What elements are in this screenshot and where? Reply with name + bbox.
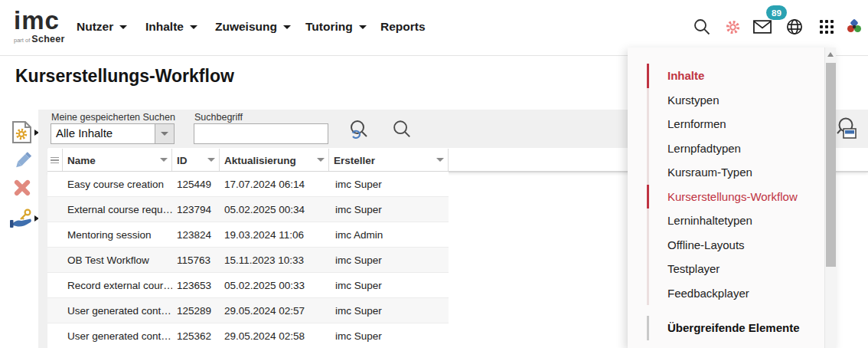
cell-ersteller: imc Super [329, 323, 449, 348]
menu-item-label: Lernformen [667, 117, 726, 130]
menu-accent-bar [647, 208, 649, 233]
row-gutter-cell [47, 298, 63, 323]
column-menu-icon[interactable] [47, 149, 63, 172]
saved-searches-label: Meine gespeicherten Suchen [51, 112, 175, 123]
menu-item-label: Inhalte [667, 69, 704, 82]
settings-menu-item[interactable]: Lernformen [628, 112, 824, 136]
cell-ersteller: imc Super [329, 172, 449, 196]
cell-aktualisierung: 15.11.2023 10:33 [220, 248, 329, 272]
mail-icon[interactable] [753, 18, 772, 36]
column-header-name[interactable]: Name [63, 149, 172, 172]
cell-name: Easy course creation [63, 172, 172, 196]
menu-item-label: Kurstypen [667, 94, 720, 107]
scrollbar-up-arrow-icon[interactable] [827, 52, 834, 57]
search-submit-icon[interactable] [390, 119, 413, 142]
nav-label: Nutzer [77, 20, 113, 34]
panel-scrollbar[interactable] [824, 48, 836, 348]
cell-id: 125449 [172, 172, 220, 196]
cell-id: 123824 [172, 222, 220, 247]
scrollbar-thumb[interactable] [826, 63, 836, 267]
page-title: Kurserstellungs-Workflow [15, 66, 234, 87]
delete-x-icon[interactable] [11, 178, 33, 198]
nav-item-nutzer[interactable]: Nutzer [77, 17, 127, 37]
settings-gear-icon[interactable] [723, 18, 742, 36]
language-globe-icon[interactable] [785, 18, 804, 36]
row-gutter-cell [47, 273, 63, 297]
cell-aktualisierung: 05.02.2025 00:33 [220, 273, 329, 297]
cell-id: 123794 [172, 197, 220, 222]
table-row[interactable]: Record external cour… 123653 05.02.2025 … [47, 273, 449, 298]
settings-menu-item-active[interactable]: Kurserstellungs-Workflow [628, 185, 824, 209]
search-icon[interactable] [693, 18, 711, 36]
settings-menu-list: InhalteKurstypenLernformenLernpfadtypenK… [628, 64, 824, 340]
cell-ersteller: imc Super [329, 197, 449, 222]
process-apps-color-icon[interactable] [845, 18, 863, 36]
column-header-aktualisierung[interactable]: Aktualisierung [220, 149, 329, 172]
cell-ersteller: imc Super [329, 248, 449, 272]
cell-id: 125362 [172, 323, 220, 348]
table-row[interactable]: External course requ… 123794 05.02.2025 … [47, 197, 449, 222]
logo-subtext: part ofScheer [14, 34, 65, 44]
menu-accent-bar [647, 112, 649, 136]
row-gutter-cell [47, 172, 63, 196]
settings-menu-item[interactable]: Lerninhaltetypen [628, 208, 824, 233]
chevron-down-icon [283, 25, 291, 29]
column-header-id[interactable]: ID [172, 149, 220, 172]
column-dropdown-icon[interactable] [160, 158, 168, 162]
settings-menu-section[interactable]: Inhalte [628, 64, 824, 88]
app-screen: imc part ofScheer Nutzer Inhalte Zuweisu… [0, 0, 868, 348]
table-header: Name ID Aktualisierung Ersteller [47, 149, 449, 172]
table-row[interactable]: OB Test Workflow 115763 15.11.2023 10:33… [47, 248, 449, 273]
search-term-input[interactable] [194, 123, 328, 144]
settings-menu-item[interactable]: Offline-Layouts [628, 233, 824, 258]
settings-menu-item[interactable]: Feedbackplayer [628, 281, 824, 306]
menu-item-label: Feedbackplayer [667, 287, 749, 300]
apps-grid-icon[interactable] [817, 18, 836, 36]
cell-name: External course requ… [63, 197, 172, 222]
menu-accent-bar [647, 281, 649, 306]
settings-menu-section[interactable]: Übergreifende Elemente [628, 316, 824, 340]
nav-item-zuweisung[interactable]: Zuweisung [215, 17, 291, 37]
menu-accent-bar [647, 160, 649, 185]
permissions-hand-key-icon[interactable] [9, 207, 34, 233]
settings-menu-item[interactable]: Kurstypen [628, 88, 824, 113]
cell-name: OB Test Workflow [63, 248, 172, 272]
cell-aktualisierung: 19.03.2024 11:06 [220, 222, 329, 247]
menu-accent-bar [647, 88, 649, 113]
menu-item-label: Kursraum-Typen [667, 166, 752, 179]
settings-menu-item[interactable]: Kursraum-Typen [628, 160, 824, 185]
row-gutter-cell [47, 248, 63, 272]
saved-searches-select[interactable]: Alle Inhalte [51, 123, 175, 144]
cell-name: User generated cont… [63, 298, 172, 323]
nav-item-reports[interactable]: Reports [380, 17, 426, 37]
new-workflow-icon[interactable] [11, 120, 32, 147]
table-row[interactable]: User generated cont… 125289 29.05.2024 0… [47, 298, 449, 323]
table-body: Easy course creation 125449 17.07.2024 0… [47, 172, 449, 348]
menu-accent-bar [647, 233, 649, 258]
chevron-down-icon [190, 25, 197, 29]
column-dropdown-icon[interactable] [317, 158, 325, 162]
table-row[interactable]: User generated cont… 125362 29.05.2024 0… [47, 323, 449, 348]
cell-ersteller: imc Super [329, 273, 449, 297]
menu-accent-bar [647, 185, 649, 209]
menu-item-label: Lerninhaltetypen [667, 214, 752, 227]
save-search-icon[interactable] [834, 116, 857, 139]
edit-pencil-icon[interactable] [12, 150, 33, 174]
chevron-down-icon [359, 25, 367, 29]
column-label: ID [177, 155, 188, 166]
nav-item-tutoring[interactable]: Tutoring [305, 17, 367, 37]
logo-sub-brand: Scheer [31, 34, 65, 44]
search-reset-icon[interactable] [347, 119, 370, 142]
imc-logo[interactable]: imc part ofScheer [14, 8, 65, 44]
chevron-down-icon [161, 132, 168, 136]
column-header-ersteller[interactable]: Ersteller [329, 149, 449, 172]
column-dropdown-icon[interactable] [436, 158, 444, 162]
select-dropdown-button[interactable] [155, 124, 174, 143]
settings-menu-item[interactable]: Testplayer [628, 257, 824, 281]
nav-item-inhalte[interactable]: Inhalte [145, 17, 197, 37]
table-row[interactable]: Mentoring session 123824 19.03.2024 11:0… [47, 222, 449, 248]
settings-dropdown-panel: InhalteKurstypenLernformenLernpfadtypenK… [628, 48, 836, 348]
settings-menu-item[interactable]: Lernpfadtypen [628, 136, 824, 161]
table-row[interactable]: Easy course creation 125449 17.07.2024 0… [47, 172, 449, 197]
column-dropdown-icon[interactable] [207, 158, 215, 162]
